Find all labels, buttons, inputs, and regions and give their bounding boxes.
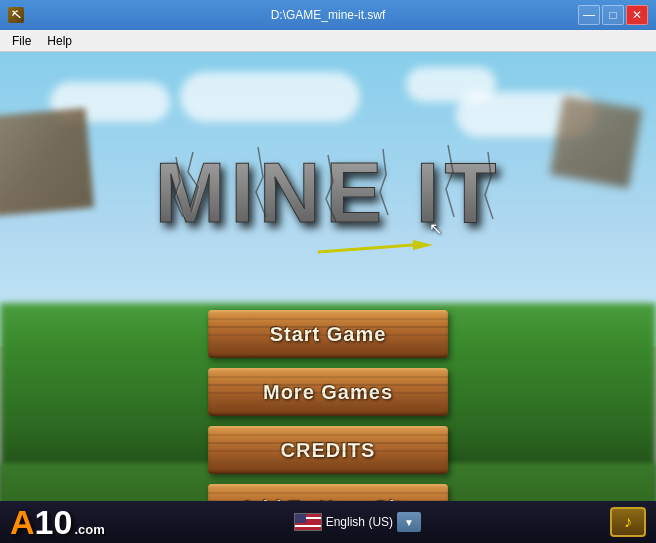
menu-bar: File Help	[0, 30, 656, 52]
title-bar-controls: — □ ✕	[578, 5, 648, 25]
cursor-arrow	[318, 237, 438, 267]
minimize-button[interactable]: —	[578, 5, 600, 25]
cloud-4	[406, 67, 496, 102]
cloud-2	[180, 72, 360, 122]
app-icon: ⛏	[8, 7, 24, 23]
chevron-down-icon: ▼	[404, 517, 414, 528]
svg-line-1	[318, 245, 413, 252]
a10-logo[interactable]: A 10 .com	[10, 505, 105, 539]
block-right	[550, 96, 643, 189]
svg-marker-2	[413, 240, 433, 250]
logo-area: MINE IT ↖	[118, 127, 538, 257]
music-button[interactable]: ♪	[610, 507, 646, 537]
buttons-container: Start Game More Games CREDITS Add To You…	[208, 310, 448, 532]
maximize-button[interactable]: □	[602, 5, 624, 25]
game-area: MINE IT ↖ Start Game	[0, 52, 656, 543]
cursor-pointer-icon: ↖	[429, 219, 442, 238]
block-left	[0, 108, 94, 216]
window-title: D:\GAME_mine-it.swf	[271, 8, 386, 22]
language-dropdown-button[interactable]: ▼	[397, 512, 421, 532]
a10-logo-10: 10	[35, 505, 73, 539]
a10-logo-a: A	[10, 505, 35, 539]
close-button[interactable]: ✕	[626, 5, 648, 25]
language-selector[interactable]: English (US) ▼	[294, 512, 421, 532]
a10-logo-com: .com	[74, 522, 104, 537]
language-text: English (US)	[326, 515, 393, 529]
title-bar-left: ⛏	[8, 7, 24, 23]
menu-file[interactable]: File	[4, 32, 39, 50]
more-games-button[interactable]: More Games	[208, 368, 448, 416]
credits-button[interactable]: CREDITS	[208, 426, 448, 474]
start-game-button[interactable]: Start Game	[208, 310, 448, 358]
title-bar: ⛏ D:\GAME_mine-it.swf — □ ✕	[0, 0, 656, 30]
music-note-icon: ♪	[624, 513, 632, 531]
us-flag-icon	[294, 513, 322, 531]
menu-help[interactable]: Help	[39, 32, 80, 50]
bottom-bar: A 10 .com English (US) ▼ ♪	[0, 501, 656, 543]
